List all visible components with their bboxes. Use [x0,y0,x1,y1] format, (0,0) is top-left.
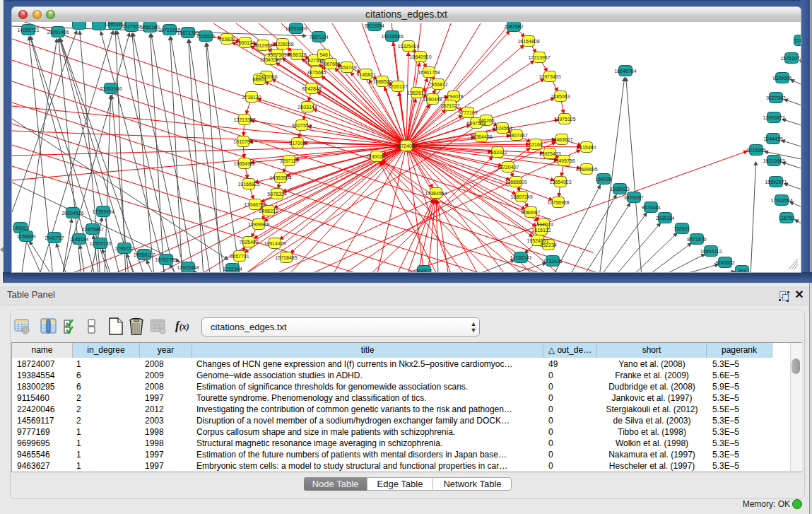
svg-text:7863322: 7863322 [488,150,507,155]
svg-text:6479197: 6479197 [624,195,643,200]
svg-text:20204526: 20204526 [61,211,83,216]
svg-text:12213957: 12213957 [528,55,550,60]
svg-text:8215955: 8215955 [746,148,765,153]
svg-text:546: 546 [319,52,328,57]
svg-text:19218586: 19218586 [381,34,403,39]
svg-text:252234: 252234 [540,243,556,247]
svg-text:7955812: 7955812 [428,82,447,87]
svg-text:14463627: 14463627 [551,137,572,142]
svg-text:62160: 62160 [529,142,543,147]
svg-text:6794078: 6794078 [444,94,463,99]
svg-text:3912954: 3912954 [253,43,272,48]
svg-text:19756928: 19756928 [547,200,569,205]
svg-text:149001: 149001 [12,226,28,230]
svg-text:21364436: 21364436 [470,134,492,139]
svg-text:6466160: 6466160 [140,25,159,30]
svg-text:14055721: 14055721 [17,28,39,33]
svg-text:8471676: 8471676 [687,237,706,242]
svg-text:19914479: 19914479 [264,241,286,246]
svg-text:18807249: 18807249 [510,194,532,199]
svg-text:10958117: 10958117 [134,252,155,257]
svg-text:1412074: 1412074 [534,222,553,227]
svg-text:7515526: 7515526 [196,34,215,39]
svg-text:10973493: 10973493 [539,74,560,79]
svg-text:20091406: 20091406 [47,30,69,35]
svg-text:3875685: 3875685 [307,70,326,75]
svg-text:817006: 817006 [289,141,305,146]
svg-text:19654982: 19654982 [233,161,255,166]
svg-text:8813054: 8813054 [365,23,384,28]
svg-text:3267110: 3267110 [280,158,299,163]
svg-text:14136141: 14136141 [510,255,531,260]
svg-text:1990448: 1990448 [423,97,442,102]
svg-text:12093872: 12093872 [763,115,784,120]
svg-text:15751074: 15751074 [780,56,801,61]
svg-text:18640910: 18640910 [409,54,431,59]
svg-text:17016504: 17016504 [770,198,792,203]
svg-text:1156829: 1156829 [17,234,36,239]
svg-text:15718485: 15718485 [275,255,297,260]
svg-text:964812: 964812 [416,269,432,273]
svg-text:1292344: 1292344 [223,267,242,271]
svg-text:7857224: 7857224 [309,35,328,40]
svg-text:16782759: 16782759 [155,257,177,262]
svg-text:8220137: 8220137 [388,84,407,89]
svg-text:8242848: 8242848 [302,86,321,91]
svg-text:9474444: 9474444 [641,205,660,210]
svg-text:16961758: 16961758 [418,70,440,75]
svg-text:10543342: 10543342 [259,57,281,62]
svg-text:9329906: 9329906 [772,76,792,81]
svg-text:1795722: 1795722 [114,246,134,251]
svg-text:5878334: 5878334 [267,192,286,197]
svg-text:2935114: 2935114 [656,216,675,221]
svg-text:13654923: 13654923 [549,180,571,185]
svg-text:7485063: 7485063 [551,94,570,99]
svg-text:1615132: 1615132 [531,228,551,233]
svg-text:11909948: 11909948 [248,222,270,227]
svg-text:1010755: 1010755 [233,139,252,144]
svg-text:8186328: 8186328 [287,52,306,57]
svg-text:8454749: 8454749 [337,65,356,70]
svg-text:10807487: 10807487 [505,133,527,138]
svg-text:1024554: 1024554 [493,126,512,131]
svg-text:9245652: 9245652 [715,260,734,265]
svg-text:16154808: 16154808 [517,39,539,44]
svg-text:98903: 98903 [252,77,266,82]
svg-text:763822: 763822 [218,37,235,42]
svg-text:18300295: 18300295 [365,154,387,159]
svg-text:9115460: 9115460 [577,145,596,150]
svg-text:8560124: 8560124 [235,40,254,45]
svg-text:9657791: 9657791 [230,254,249,259]
svg-text:16033809: 16033809 [285,26,307,31]
svg-text:17046786: 17046786 [244,202,266,207]
svg-text:164095: 164095 [595,177,611,182]
svg-text:1621022: 1621022 [440,103,459,108]
svg-text:9227342: 9227342 [766,95,785,100]
svg-text:964: 964 [738,269,746,273]
svg-text:12213382: 12213382 [233,117,255,122]
svg-text:8427552: 8427552 [292,123,311,128]
svg-text:16648784: 16648784 [614,69,636,74]
svg-text:9084067: 9084067 [521,210,540,215]
svg-text:9146821: 9146821 [356,72,375,77]
svg-text:1588520: 1588520 [372,79,392,84]
svg-text:23226058: 23226058 [271,42,293,47]
svg-text:11325419: 11325419 [398,44,420,49]
svg-text:14353594: 14353594 [269,175,291,180]
svg-text:1145194: 1145194 [70,237,89,242]
svg-text:12923448: 12923448 [177,265,199,270]
svg-text:15692971: 15692971 [765,180,787,185]
svg-text:746266: 746266 [478,118,494,123]
svg-text:10654112: 10654112 [700,249,722,254]
svg-text:1362615: 1362615 [407,90,426,95]
svg-text:19384554: 19384554 [425,191,447,196]
svg-text:1733426: 1733426 [543,259,562,264]
svg-text:2803144: 2803144 [298,105,317,110]
svg-text:10025433: 10025433 [539,151,560,156]
svg-text:16210643: 16210643 [763,158,784,163]
svg-text:7625402: 7625402 [239,240,258,245]
svg-text:22975867: 22975867 [81,227,103,232]
svg-text:13495758: 13495758 [553,158,575,163]
svg-text:116753: 116753 [779,216,795,221]
svg-text:18724007: 18724007 [395,144,417,148]
